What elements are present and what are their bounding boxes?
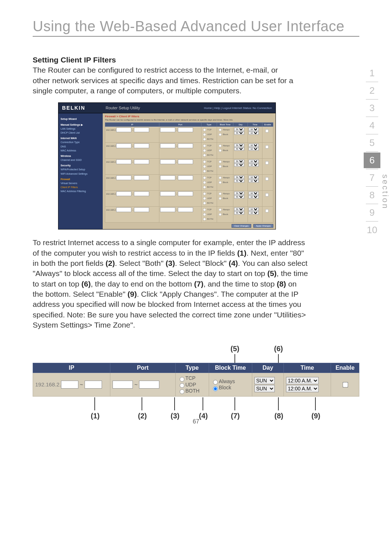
callout-1: (1) bbox=[91, 412, 99, 420]
enable-checkbox[interactable] bbox=[342, 382, 348, 388]
callout-9: (9) bbox=[311, 412, 320, 420]
top-links: Home | Help | Logout Internet Status: No… bbox=[204, 106, 272, 110]
nav-9[interactable]: 9 bbox=[364, 205, 380, 220]
brand-logo: BELKIN bbox=[62, 105, 98, 111]
title-rule bbox=[33, 36, 359, 37]
callout-8: (8) bbox=[274, 412, 283, 420]
callout-2: (2) bbox=[138, 412, 147, 420]
callout-3: (3) bbox=[171, 412, 179, 420]
filter-row-enlarged: IP Port Type Block Time Day Time Enable … bbox=[33, 363, 359, 397]
time-end-select[interactable]: 12:00 A.M. bbox=[286, 385, 319, 392]
block-block-radio[interactable]: Block bbox=[211, 385, 250, 391]
nav-3[interactable]: 3 bbox=[364, 100, 380, 116]
intro-text: The Router can be configured to restrict… bbox=[33, 66, 293, 95]
type-both-radio[interactable]: BOTH bbox=[178, 388, 207, 394]
nav-5[interactable]: 5 bbox=[364, 135, 380, 151]
intro-block: Setting Client IP Filters The Router can… bbox=[33, 55, 294, 96]
section-nav: 1 2 3 4 5 6 7 8 9 10 bbox=[364, 65, 380, 238]
ip-end-input[interactable] bbox=[85, 381, 102, 389]
day-end-select[interactable]: SUN bbox=[254, 385, 275, 392]
callout-7: (7) bbox=[231, 412, 240, 420]
nav-8[interactable]: 8 bbox=[364, 187, 380, 203]
port-start-input[interactable] bbox=[113, 381, 133, 389]
section-label: section bbox=[380, 174, 390, 210]
nav-7[interactable]: 7 bbox=[364, 170, 380, 186]
block-always-radio[interactable]: Always bbox=[211, 378, 250, 385]
type-udp-radio[interactable]: UDP bbox=[178, 382, 207, 388]
instructions-text: To restrict Internet access to a single … bbox=[33, 238, 309, 330]
nav-2[interactable]: 2 bbox=[364, 83, 380, 98]
type-tcp-radio[interactable]: TCP bbox=[178, 375, 207, 381]
callouts-top: (5) (6) bbox=[33, 345, 359, 363]
section-heading: Setting Client IP Filters bbox=[33, 56, 116, 64]
nav-6[interactable]: 6 bbox=[364, 153, 380, 168]
ip-prefix: 192.168.2. bbox=[35, 381, 61, 387]
screenshot-desc: The Router can be configured to restrict… bbox=[105, 119, 273, 121]
clear-changes-button[interactable]: Clear Changes bbox=[232, 224, 251, 228]
port-end-input[interactable] bbox=[139, 381, 159, 389]
filter-table-mini: IPPortTypeBlock TimeDayTimeEnable 192.16… bbox=[105, 122, 273, 223]
enlarged-row: (5) (6) IP Port Type Block Time Day Time… bbox=[33, 345, 359, 423]
router-screenshot: BELKIN Router Setup Utility Home | Help … bbox=[58, 102, 276, 230]
callout-6: (6) bbox=[274, 345, 283, 353]
nav-10[interactable]: 10 bbox=[364, 222, 380, 238]
callout-4: (4) bbox=[199, 412, 208, 420]
ip-start-input[interactable] bbox=[61, 381, 78, 389]
utility-title: Router Setup Utility bbox=[106, 106, 204, 110]
sidebar: Setup Wizard Manual Settings ▶ LAN Setti… bbox=[58, 113, 103, 229]
page-title: Using the Web-Based Advanced User Interf… bbox=[33, 18, 359, 35]
apply-changes-button[interactable]: Apply Changes bbox=[253, 224, 273, 228]
day-start-select[interactable]: SUN bbox=[254, 377, 275, 384]
breadcrumb: Firewall > Client IP filters bbox=[105, 115, 273, 118]
page-number: 67 bbox=[193, 418, 199, 425]
nav-1[interactable]: 1 bbox=[364, 65, 380, 81]
callout-5: (5) bbox=[230, 345, 239, 353]
nav-4[interactable]: 4 bbox=[364, 118, 380, 133]
time-start-select[interactable]: 12:00 A.M. bbox=[286, 377, 319, 384]
